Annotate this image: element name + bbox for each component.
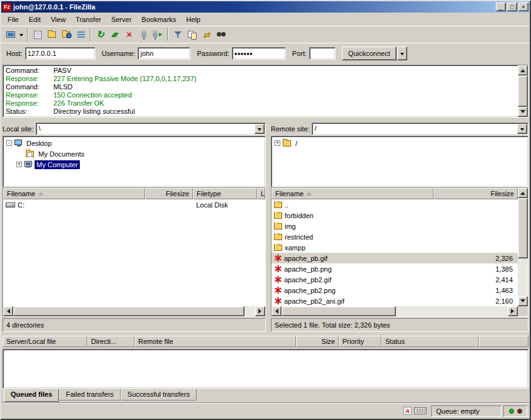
- scroll-left-button[interactable]: [3, 306, 13, 316]
- expand-expander[interactable]: +: [16, 162, 22, 167]
- toggle-remote-tree-button[interactable]: [59, 28, 74, 41]
- scrollbar-track[interactable]: [244, 306, 255, 316]
- remote-site-combo[interactable]: /: [312, 123, 528, 135]
- log-vertical-scrollbar[interactable]: [518, 65, 528, 117]
- menu-file[interactable]: File: [3, 14, 24, 25]
- scroll-right-button[interactable]: [508, 306, 518, 316]
- scroll-right-button[interactable]: [255, 306, 265, 316]
- column-header-filesize[interactable]: Filesize: [434, 188, 518, 199]
- tree-item-my-computer[interactable]: + My Computer: [3, 159, 265, 170]
- password-input[interactable]: [232, 47, 286, 60]
- remote-file-row[interactable]: restricted: [271, 231, 518, 242]
- local-horizontal-scrollbar[interactable]: [3, 306, 265, 316]
- reconnect-button[interactable]: [151, 28, 165, 41]
- queue-column-remote-file[interactable]: Remote file: [134, 336, 296, 347]
- disconnect-button[interactable]: [136, 28, 151, 41]
- tab-successful-transfers[interactable]: Successful transfers: [121, 389, 197, 401]
- scrollbar-thumb[interactable]: [518, 198, 528, 258]
- scroll-up-button[interactable]: [518, 188, 528, 198]
- remote-file-row[interactable]: apache_pb.png 1,385: [271, 263, 518, 274]
- local-site-dropdown-button[interactable]: [255, 124, 265, 134]
- toggle-transfer-queue-button[interactable]: [74, 28, 88, 41]
- transfer-queue-icon: [77, 31, 85, 38]
- filter-button[interactable]: [170, 28, 185, 41]
- title-bar[interactable]: Fz john@127.0.0.1 - FileZilla _ □ ×: [1, 1, 530, 13]
- column-header-filename[interactable]: Filename: [3, 188, 145, 199]
- queue-column-status[interactable]: Status: [381, 336, 479, 347]
- toggle-message-log-button[interactable]: [30, 28, 45, 41]
- scroll-down-button[interactable]: [518, 107, 528, 117]
- remote-horizontal-scrollbar[interactable]: [271, 306, 518, 316]
- menu-help[interactable]: Help: [181, 14, 205, 25]
- scrollbar-track[interactable]: [518, 258, 528, 296]
- process-queue-button[interactable]: [107, 28, 122, 41]
- column-header-filesize[interactable]: Filesize: [145, 188, 193, 199]
- find-files-button[interactable]: [214, 28, 228, 41]
- local-site-combo[interactable]: \: [36, 123, 266, 135]
- local-file-row[interactable]: C: Local Disk: [3, 199, 265, 210]
- cancel-button[interactable]: [122, 28, 136, 41]
- column-header-filetype[interactable]: Filetype: [193, 188, 257, 199]
- username-input[interactable]: [138, 47, 190, 60]
- queue-column-direction[interactable]: Directi...: [87, 336, 134, 347]
- menu-view[interactable]: View: [46, 14, 71, 25]
- message-log-icon: [34, 31, 41, 39]
- refresh-button[interactable]: [93, 28, 107, 41]
- remote-file-row[interactable]: apache_pb2_ani.gif 2,160: [271, 296, 518, 306]
- queue-column-size[interactable]: Size: [296, 336, 339, 347]
- remote-file-row[interactable]: apache_pb2.png 1,463: [271, 285, 518, 296]
- local-tree-icon: [48, 31, 56, 38]
- close-button[interactable]: ×: [518, 3, 528, 11]
- remote-vertical-scrollbar[interactable]: [518, 188, 528, 306]
- tree-item-my-documents[interactable]: My Documents: [3, 148, 265, 159]
- remote-file-row[interactable]: apache_pb2.gif 2,414: [271, 274, 518, 285]
- minimize-button[interactable]: _: [496, 3, 506, 11]
- queue-column-priority[interactable]: Priority: [339, 336, 381, 347]
- scrollbar-thumb[interactable]: [13, 306, 244, 316]
- scroll-left-button[interactable]: [271, 306, 282, 316]
- quickconnect-button[interactable]: Quickconnect: [342, 47, 397, 60]
- menu-transfer[interactable]: Transfer: [70, 14, 106, 25]
- site-manager-dropdown-button[interactable]: [18, 28, 25, 41]
- column-header-filename[interactable]: Filename: [271, 188, 434, 199]
- tab-queued-files[interactable]: Queued files: [4, 389, 59, 402]
- menu-bookmarks[interactable]: Bookmarks: [136, 14, 181, 25]
- synchronized-browsing-button[interactable]: [199, 28, 214, 41]
- host-input[interactable]: [25, 47, 96, 60]
- scrollbar-track[interactable]: [396, 306, 508, 316]
- quickconnect-dropdown-button[interactable]: [397, 47, 407, 60]
- port-input[interactable]: [309, 47, 336, 60]
- folder-icon: [274, 202, 282, 208]
- menu-server[interactable]: Server: [106, 14, 136, 25]
- remote-file-row[interactable]: xampp: [271, 242, 518, 253]
- scrollbar-thumb[interactable]: [282, 306, 396, 316]
- site-manager-button[interactable]: [3, 28, 18, 41]
- queue-list[interactable]: [3, 349, 528, 389]
- collapse-expander[interactable]: -: [6, 140, 12, 146]
- directory-comparison-button[interactable]: [185, 28, 199, 41]
- compare-icon: [188, 31, 197, 39]
- expand-expander[interactable]: +: [275, 140, 280, 146]
- remote-file-row[interactable]: ..: [271, 199, 518, 210]
- queue-column-server-local-file[interactable]: Server/Local file: [3, 336, 87, 347]
- chevron-down-icon: [520, 128, 524, 133]
- transfer-type-button[interactable]: [403, 406, 412, 416]
- tree-item-root[interactable]: + /: [271, 138, 528, 148]
- scroll-down-button[interactable]: [518, 296, 528, 306]
- keyboard-indicator-button[interactable]: [414, 406, 427, 416]
- toggle-local-tree-button[interactable]: [45, 28, 59, 41]
- column-header-last-modified[interactable]: L: [257, 188, 265, 199]
- local-status-text: 4 directories: [3, 318, 266, 332]
- tree-item-desktop[interactable]: - Desktop: [3, 138, 265, 148]
- tab-failed-transfers[interactable]: Failed transfers: [59, 389, 121, 401]
- remote-site-dropdown-button[interactable]: [517, 124, 527, 134]
- remote-file-row-selected[interactable]: apache_pb.gif 2,326: [271, 253, 518, 263]
- remote-file-row[interactable]: img: [271, 221, 518, 231]
- scrollbar-thumb[interactable]: [518, 75, 528, 107]
- menu-edit[interactable]: Edit: [24, 14, 46, 25]
- scroll-up-button[interactable]: [518, 65, 528, 75]
- log-line: Response:150 Connection accepted: [6, 91, 517, 99]
- remote-file-row[interactable]: forbidden: [271, 210, 518, 221]
- ascii-transfer-type-icon: [403, 407, 412, 415]
- maximize-button[interactable]: □: [507, 3, 517, 11]
